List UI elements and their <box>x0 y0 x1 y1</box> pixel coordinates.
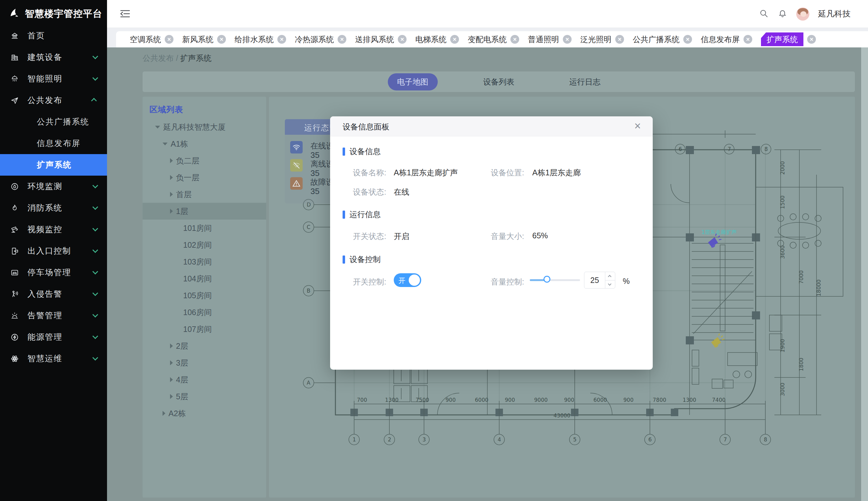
chevron-down-icon <box>92 75 98 81</box>
sidebar-item-public-broadcast[interactable]: 公共广播系统 <box>0 111 107 132</box>
tree-node-floor4[interactable]: 4层 <box>142 371 266 388</box>
tree-node-floor2[interactable]: 2层 <box>142 338 266 354</box>
close-icon[interactable]: × <box>563 35 571 44</box>
svg-text:1300: 1300 <box>683 397 696 403</box>
tab-exhaust[interactable]: 送排风系统× <box>355 34 407 45</box>
tree-node-floor3[interactable]: 3层 <box>142 354 266 371</box>
slider-thumb[interactable] <box>544 276 550 283</box>
close-icon[interactable]: × <box>511 35 519 44</box>
tree-node-ground[interactable]: 首层 <box>142 186 266 203</box>
sidebar-item-building-devices[interactable]: 建筑设备 <box>0 46 107 68</box>
breadcrumb: 公共发布 / 扩声系统 <box>142 53 212 63</box>
caret-down-icon <box>155 126 160 129</box>
sidebar-item-intrusion-alarm[interactable]: 入侵告警 <box>0 283 107 305</box>
close-icon[interactable]: × <box>632 118 643 134</box>
tree-node-room103[interactable]: 103房间 <box>142 253 266 270</box>
tab-heat-source[interactable]: 冷热源系统× <box>295 34 346 45</box>
logo-icon <box>8 7 21 21</box>
speaker-marker-purple[interactable]: 1层东走廊扩声 <box>701 229 737 248</box>
chevron-up-icon <box>91 98 97 104</box>
close-icon[interactable]: × <box>743 35 752 44</box>
close-icon[interactable]: × <box>807 35 816 44</box>
close-icon[interactable]: × <box>217 35 226 44</box>
volume-number-input[interactable]: 25 <box>584 272 615 289</box>
sidebar-item-home[interactable]: 首页 <box>0 25 107 46</box>
chevron-down-icon <box>92 204 98 210</box>
close-icon[interactable]: × <box>450 35 459 44</box>
bell-icon[interactable] <box>778 8 787 20</box>
close-icon[interactable]: × <box>165 35 173 44</box>
sidebar-item-public-publish[interactable]: 公共发布 <box>0 89 107 111</box>
user-name: 延凡科技 <box>818 8 850 19</box>
wifi-off-icon <box>290 159 303 172</box>
device-location-label: 设备位置: <box>474 168 524 178</box>
sidebar-item-pa-system-active[interactable]: 扩声系统 <box>0 154 107 175</box>
tree-node-room101[interactable]: 101房间 <box>142 220 266 236</box>
top-header: 延凡科技 <box>107 0 868 28</box>
breadcrumb-parent[interactable]: 公共发布 <box>142 54 174 62</box>
close-icon[interactable]: × <box>398 35 407 44</box>
svg-text:3: 3 <box>422 436 426 443</box>
sidebar-item-access-control[interactable]: 出入口控制 <box>0 240 107 262</box>
sidebar-item-env-monitor[interactable]: 环境监测 <box>0 175 107 197</box>
tree-node-floor1-selected[interactable]: 1层 <box>142 203 266 220</box>
tab-power-distribution[interactable]: 变配电系统× <box>468 34 519 45</box>
close-icon[interactable]: × <box>615 35 624 44</box>
paper-plane-icon <box>11 96 19 105</box>
view-tab-run-log[interactable]: 运行日志 <box>560 73 610 90</box>
close-icon[interactable]: × <box>277 35 286 44</box>
app-title: 智慧楼宇管控平台 <box>25 8 102 20</box>
tree-node-room105[interactable]: 105房间 <box>142 287 266 304</box>
collapse-sidebar-icon[interactable] <box>119 8 131 21</box>
tree-node-floor5[interactable]: 5层 <box>142 388 266 405</box>
view-tab-map[interactable]: 电子地图 <box>388 73 438 90</box>
device-name-label: 设备名称: <box>336 168 386 178</box>
sidebar-item-energy-mgmt[interactable]: 能源管理 <box>0 326 107 348</box>
sidebar-item-smart-lighting[interactable]: 智能照明 <box>0 68 107 89</box>
tree-node-a2[interactable]: A2栋 <box>142 405 266 422</box>
volume-label: 音量大小: <box>474 231 524 242</box>
sidebar-item-info-screen[interactable]: 信息发布屏 <box>0 132 107 154</box>
sidebar-item-video-monitor[interactable]: 视频监控 <box>0 219 107 240</box>
switch-control-label: 开关控制: <box>336 277 386 287</box>
tab-info-screen[interactable]: 信息发布屏× <box>701 34 752 45</box>
sidebar-item-alarm-mgmt[interactable]: 告警管理 <box>0 305 107 326</box>
search-icon[interactable] <box>759 8 769 20</box>
caret-right-icon <box>170 209 173 214</box>
area-panel-title: 区域列表 <box>149 104 183 115</box>
tab-public-broadcast[interactable]: 公共广播系统× <box>633 34 692 45</box>
svg-text:700: 700 <box>357 397 367 403</box>
spinner-up-icon[interactable] <box>605 272 615 280</box>
tree-node-room106[interactable]: 106房间 <box>142 304 266 321</box>
tab-water-supply[interactable]: 给排水系统× <box>235 34 286 45</box>
volume-slider[interactable] <box>530 279 580 281</box>
sidebar-item-parking[interactable]: 停车场管理 <box>0 262 107 283</box>
tree-node-room102[interactable]: 102房间 <box>142 236 266 253</box>
power-toggle-on[interactable]: 开 <box>394 273 421 287</box>
tree-node-room104[interactable]: 104房间 <box>142 270 266 287</box>
tab-elevator[interactable]: 电梯系统× <box>415 34 459 45</box>
tab-fresh-air[interactable]: 新风系统× <box>182 34 226 45</box>
spinner-down-icon[interactable] <box>605 280 615 288</box>
caret-right-icon <box>170 158 173 163</box>
tree-node-building-root[interactable]: 延凡科技智慧大厦 <box>142 119 266 135</box>
close-icon[interactable]: × <box>337 35 346 44</box>
tree-node-b1[interactable]: 负一层 <box>142 169 266 186</box>
tab-normal-lighting[interactable]: 普通照明× <box>528 34 571 45</box>
view-tab-device-list[interactable]: 设备列表 <box>474 73 524 90</box>
user-avatar[interactable] <box>796 8 810 21</box>
close-icon[interactable]: × <box>683 35 692 44</box>
sidebar-item-smart-ops[interactable]: 智慧运维 <box>0 348 107 369</box>
section-marker <box>343 211 345 219</box>
tree-node-room107[interactable]: 107房间 <box>142 321 266 338</box>
modal-title: 设备信息面板 <box>343 122 389 132</box>
device-name-value: A栋1层东走廊扩声 <box>394 168 458 178</box>
scrollbar-track[interactable] <box>861 47 868 501</box>
tab-hvac[interactable]: 空调系统× <box>130 34 173 45</box>
logo: 智慧楼宇管控平台 <box>0 0 107 21</box>
tree-node-b2[interactable]: 负二层 <box>142 152 266 169</box>
tab-flood-lighting[interactable]: 泛光照明× <box>580 34 624 45</box>
sidebar-item-fire-system[interactable]: 消防系统 <box>0 197 107 219</box>
tab-pa-system-active[interactable]: 扩声系统× <box>761 32 816 46</box>
tree-node-a1[interactable]: A1栋 <box>142 135 266 152</box>
